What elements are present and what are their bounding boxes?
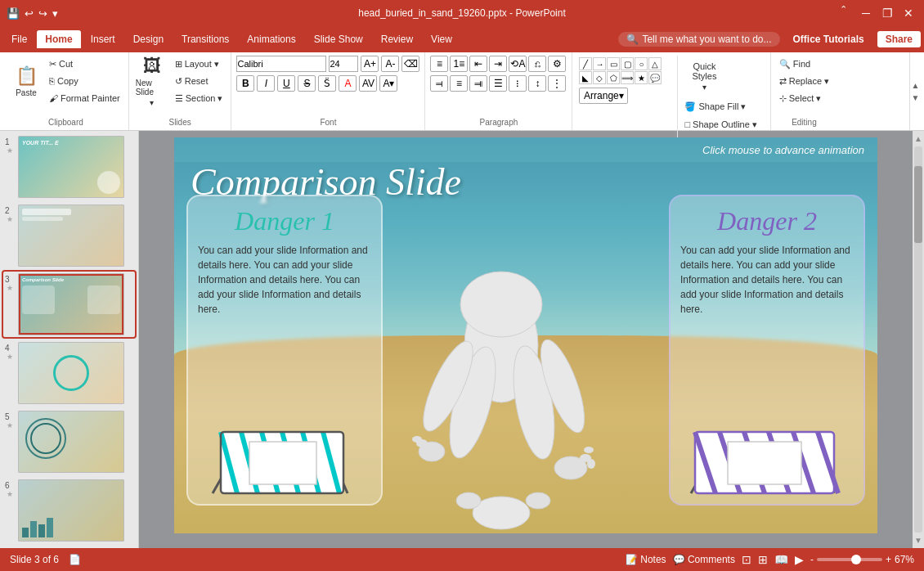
view-reading-icon[interactable]: 📖 <box>774 553 788 566</box>
shape-arrow[interactable]: → <box>593 57 606 70</box>
ribbon-scroll-down[interactable]: ▼ <box>910 92 922 104</box>
office-tutorials-button[interactable]: Office Tutorials <box>787 31 871 47</box>
menu-slideshow[interactable]: Slide Show <box>306 30 371 48</box>
view-normal-icon[interactable]: ⊡ <box>742 553 751 566</box>
numbering-button[interactable]: 1≡ <box>450 56 468 72</box>
close-button[interactable]: ✕ <box>899 4 917 22</box>
menu-file[interactable]: File <box>3 30 35 48</box>
format-painter-button[interactable]: 🖌 Format Painter <box>46 90 123 106</box>
shape-star[interactable]: ★ <box>635 71 648 84</box>
strikethrough-button[interactable]: S <box>298 75 316 92</box>
shadow-button[interactable]: S̈ <box>318 75 336 92</box>
convert-smart-button[interactable]: ⎌ <box>528 56 546 72</box>
align-right-button[interactable]: ⫥ <box>469 75 487 92</box>
danger-box-2[interactable]: Danger 2 You can add your slide Informat… <box>669 195 865 506</box>
slide-thumb-2[interactable]: 2 ★ <box>3 203 135 268</box>
shape-outline-button[interactable]: □ Shape Outline▾ <box>681 116 765 133</box>
tell-me-input[interactable]: 🔍 Tell me what you want to do... <box>618 32 779 47</box>
shape-pentagon[interactable]: ⬠ <box>607 71 620 84</box>
shape-line[interactable]: ╱ <box>579 57 592 70</box>
copy-button[interactable]: ⎘ Copy <box>46 73 123 89</box>
shape-triangle[interactable]: △ <box>648 57 662 70</box>
menu-animations[interactable]: Animations <box>239 30 303 48</box>
ribbon-toggle-icon[interactable]: ⌃ <box>840 4 847 22</box>
slide-thumb-1[interactable]: 1 ★ YOUR TIT... E <box>3 134 135 200</box>
text-direction-button[interactable]: ⟲A <box>509 56 527 72</box>
shape-arrow2[interactable]: ⟹ <box>621 71 634 84</box>
menu-view[interactable]: View <box>423 30 460 48</box>
menu-insert[interactable]: Insert <box>83 30 123 48</box>
comments-button[interactable]: 💬 Comments <box>673 554 735 565</box>
slide-thumb-4[interactable]: 4 ★ <box>3 340 135 406</box>
columns-button[interactable]: ⫶ <box>509 75 527 92</box>
para-settings-button[interactable]: ⚙ <box>548 56 566 72</box>
shape-callout[interactable]: 💬 <box>648 71 662 84</box>
scroll-down-btn[interactable]: ▼ <box>913 534 924 546</box>
indent-inc-button[interactable]: ⇥ <box>489 56 507 72</box>
select-button[interactable]: ⊹ Select▾ <box>776 90 832 106</box>
shape-ellipse[interactable]: ○ <box>635 57 648 70</box>
shape-rect[interactable]: ▭ <box>607 57 620 70</box>
redo-icon[interactable]: ↪ <box>38 7 47 20</box>
underline-button[interactable]: U <box>277 75 295 92</box>
minimize-button[interactable]: ─ <box>857 4 875 22</box>
shape-fill-button[interactable]: 🪣 Shape Fill▾ <box>681 98 765 115</box>
char-spacing-button[interactable]: AV <box>359 75 377 92</box>
italic-button[interactable]: I <box>257 75 275 92</box>
slide-thumb-3[interactable]: 3 ★ Comparison Slide <box>3 272 135 337</box>
view-sorter-icon[interactable]: ⊞ <box>758 553 768 566</box>
shape-diamond[interactable]: ◇ <box>593 71 606 84</box>
section-icon: ☰ <box>175 93 183 104</box>
cut-button[interactable]: ✂ Cut <box>46 56 123 72</box>
layout-button[interactable]: ⊞ Layout▾ <box>172 56 227 72</box>
menu-design[interactable]: Design <box>125 30 172 48</box>
slide-thumb-5[interactable]: 5 ★ <box>3 409 135 474</box>
font-color-button[interactable]: A <box>339 75 357 92</box>
font-size-select[interactable] <box>329 56 358 72</box>
slide-canvas[interactable]: Click mouse to advance animation Compari… <box>139 131 913 548</box>
align-center-button[interactable]: ≡ <box>450 75 468 92</box>
undo-icon[interactable]: ↩ <box>25 7 34 20</box>
view-slideshow-icon[interactable]: ▶ <box>795 553 804 566</box>
font-family-select[interactable] <box>236 56 326 72</box>
quick-styles-button[interactable]: Quick Styles ▾ <box>681 56 727 97</box>
zoom-slider[interactable] <box>817 558 882 561</box>
select-icon: ⊹ <box>779 93 787 104</box>
shape-rounded-rect[interactable]: ▢ <box>621 57 634 70</box>
font-increase-button[interactable]: A+ <box>361 56 379 72</box>
arrange-button[interactable]: Arrange▾ <box>579 88 628 104</box>
clear-format-button[interactable]: ⌫ <box>401 56 419 72</box>
danger-box-1[interactable]: Danger 1 You can add your slide Informat… <box>186 195 383 506</box>
replace-button[interactable]: ⇄ Replace▾ <box>776 73 832 89</box>
zoom-plus-button[interactable]: + <box>886 554 891 565</box>
slide-scrollbar[interactable]: ▲ ▼ <box>913 131 924 548</box>
paste-button[interactable]: 📋 Paste <box>8 56 44 106</box>
section-button[interactable]: ☰ Section▾ <box>172 90 227 106</box>
smartart-button[interactable]: ⋮ <box>548 75 566 92</box>
restore-button[interactable]: ❐ <box>878 4 896 22</box>
share-button[interactable]: Share <box>877 31 921 47</box>
shape-rtriangle[interactable]: ◣ <box>579 71 592 84</box>
ribbon-scroll-up[interactable]: ▲ <box>910 79 922 92</box>
notes-button[interactable]: 📝 Notes <box>626 554 666 565</box>
menu-home[interactable]: Home <box>37 30 80 48</box>
align-left-button[interactable]: ⫤ <box>430 75 448 92</box>
slide-thumb-6[interactable]: 6 ★ <box>3 478 135 543</box>
customize-icon[interactable]: ▾ <box>52 7 58 20</box>
indent-dec-button[interactable]: ⇤ <box>469 56 487 72</box>
save-icon[interactable]: 💾 <box>7 7 20 20</box>
scroll-thumb[interactable] <box>914 166 922 243</box>
font-color2-button[interactable]: A▾ <box>379 75 397 92</box>
bold-button[interactable]: B <box>236 75 254 92</box>
find-button[interactable]: 🔍 Find <box>776 56 832 72</box>
menu-review[interactable]: Review <box>373 30 421 48</box>
scroll-up-btn[interactable]: ▲ <box>913 133 924 145</box>
font-decrease-button[interactable]: A- <box>381 56 399 72</box>
justify-button[interactable]: ☰ <box>489 75 507 92</box>
zoom-minus-button[interactable]: - <box>810 554 814 565</box>
bullets-button[interactable]: ≡ <box>430 56 448 72</box>
menu-transitions[interactable]: Transitions <box>173 30 237 48</box>
line-spacing-button[interactable]: ↕ <box>528 75 546 92</box>
reset-button[interactable]: ↺ Reset <box>172 73 227 89</box>
new-slide-button[interactable]: 🖼 New Slide ▾ <box>134 56 170 106</box>
